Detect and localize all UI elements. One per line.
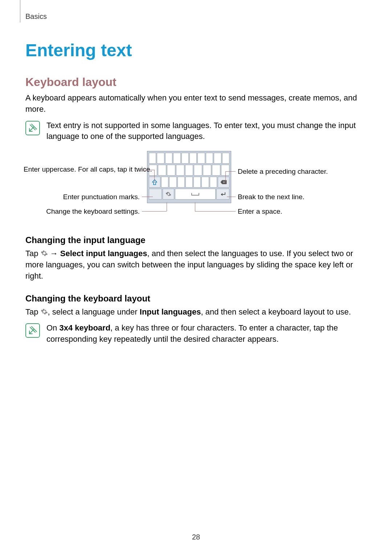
note-icon: [25, 121, 40, 135]
sub2-pre: Tap: [25, 307, 41, 316]
enter-key-icon: [216, 189, 229, 200]
keyboard-illustration: [147, 151, 231, 203]
note-block-1: Text entry is not supported in some lang…: [25, 120, 361, 143]
sub1-pre: Tap: [25, 249, 41, 258]
sub2-para: Tap , select a language under Input lang…: [25, 307, 361, 318]
subheading-keyboard-layout: Changing the keyboard layout: [25, 294, 361, 304]
space-key-icon: [175, 189, 216, 200]
shift-key-icon: [149, 177, 160, 188]
note-text-2: On 3x4 keyboard, a key has three or four…: [46, 323, 361, 345]
gear-icon: [41, 308, 48, 315]
gear-icon: [41, 250, 48, 257]
backspace-key-icon: [218, 177, 229, 188]
sub2-bold: Input languages: [140, 307, 201, 316]
sub1-bold: Select input languages: [60, 249, 147, 258]
symbol-key: [149, 189, 162, 200]
page-title: Entering text: [25, 40, 361, 60]
sub2-mid: , select a language under: [48, 307, 140, 316]
section-heading-keyboard-layout: Keyboard layout: [25, 75, 361, 89]
subheading-input-language: Changing the input language: [25, 235, 361, 245]
note2-bold: 3x4 keyboard: [59, 323, 110, 332]
note-block-2: On 3x4 keyboard, a key has three or four…: [25, 323, 361, 345]
note-text-1: Text entry is not supported in some lang…: [46, 120, 361, 143]
breadcrumb: Basics: [25, 12, 361, 21]
callout-punctuation: Enter punctuation marks.: [24, 193, 140, 201]
note2-pre: On: [46, 323, 59, 332]
callout-uppercase: Enter uppercase. For all caps, tap it tw…: [24, 165, 140, 173]
callout-space: Enter a space.: [238, 208, 282, 216]
page-number: 28: [0, 533, 392, 541]
svg-line-2: [29, 127, 34, 131]
callout-delete: Delete a preceding character.: [238, 168, 328, 176]
callout-nextline: Break to the next line.: [238, 193, 305, 201]
header-rule: [20, 0, 20, 22]
callout-settings: Change the keyboard settings.: [24, 208, 140, 216]
sub1-para: Tap → Select input languages, and then s…: [25, 248, 361, 282]
sub1-arrow: →: [50, 249, 60, 258]
note-icon: [25, 323, 40, 338]
section1-para: A keyboard appears automatically when yo…: [25, 93, 361, 115]
settings-key-icon: [163, 189, 174, 200]
keyboard-diagram: Enter uppercase. For all caps, tap it tw…: [24, 151, 358, 223]
svg-line-7: [29, 329, 34, 334]
sub2-post: , and then select a keyboard layout to u…: [201, 307, 351, 316]
